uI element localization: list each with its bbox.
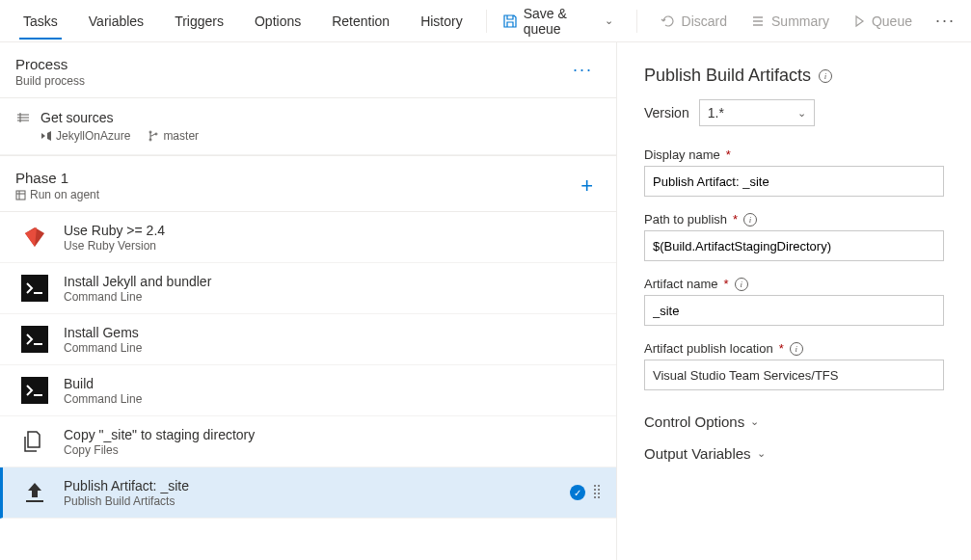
publish-location-value: Visual Studio Team Services/TFS: [653, 368, 838, 383]
chevron-down-icon: ⌄: [605, 14, 613, 27]
artifact-name-label: Artifact name: [644, 277, 718, 291]
save-and-queue-button[interactable]: Save & queue ⌄: [495, 0, 621, 42]
tab-variables[interactable]: Variables: [73, 3, 159, 40]
chevron-down-icon: ⌄: [797, 107, 806, 120]
top-toolbar: Tasks Variables Triggers Options Retenti…: [0, 0, 971, 42]
tab-retention[interactable]: Retention: [316, 3, 405, 40]
phase-title: Phase 1: [15, 170, 99, 186]
publish-icon: [19, 477, 50, 508]
path-to-publish-label: Path to publish: [644, 212, 727, 227]
control-options-label: Control Options: [644, 413, 744, 430]
info-icon[interactable]: i: [819, 69, 832, 83]
task-sub: Copy Files: [64, 443, 255, 457]
svg-point-5: [598, 485, 600, 487]
branch-icon: [148, 130, 159, 142]
process-more-button[interactable]: ···: [565, 56, 601, 84]
output-variables-label: Output Variables: [644, 445, 751, 462]
summary-label: Summary: [771, 13, 829, 29]
command-bar: Save & queue ⌄ Discard Summary Queue ···: [495, 0, 963, 42]
required-mark: *: [726, 147, 731, 162]
tab-options[interactable]: Options: [239, 3, 316, 40]
phase-header[interactable]: Phase 1 Run on agent +: [0, 155, 616, 212]
chevron-down-icon: ⌄: [757, 447, 766, 460]
task-row-use-ruby[interactable]: Use Ruby >= 2.4 Use Ruby Version: [0, 212, 616, 263]
version-select[interactable]: 1.* ⌄: [699, 99, 815, 126]
svg-rect-1: [21, 275, 48, 302]
play-icon: [852, 14, 866, 28]
copy-files-icon: [19, 426, 50, 457]
drag-handle[interactable]: [593, 484, 601, 502]
list-icon: [750, 13, 766, 29]
required-mark: *: [724, 277, 729, 291]
tab-history[interactable]: History: [405, 3, 478, 40]
task-row-install-jekyll[interactable]: Install Jekyll and bundler Command Line: [0, 263, 616, 314]
path-to-publish-input[interactable]: [644, 230, 944, 261]
artifact-name-input[interactable]: [644, 295, 944, 326]
terminal-icon: [19, 324, 50, 355]
queue-label: Queue: [872, 13, 912, 29]
task-title: Build: [64, 376, 142, 391]
queue-button[interactable]: Queue: [845, 8, 920, 35]
branch-info: master: [148, 129, 199, 143]
control-options-section[interactable]: Control Options ⌄: [644, 406, 944, 438]
task-title: Use Ruby >= 2.4: [64, 223, 165, 238]
phase-sub: Run on agent: [30, 188, 99, 201]
svg-point-9: [598, 493, 600, 494]
svg-point-11: [598, 496, 600, 498]
task-row-build[interactable]: Build Command Line: [0, 365, 616, 416]
display-name-input[interactable]: [644, 166, 944, 197]
svg-point-8: [594, 493, 596, 494]
undo-icon: [661, 13, 676, 29]
more-actions-button[interactable]: ···: [928, 7, 963, 35]
divider: [636, 10, 637, 33]
process-title: Process: [15, 56, 85, 72]
divider: [486, 10, 487, 33]
discard-button[interactable]: Discard: [653, 8, 735, 35]
task-title: Install Gems: [64, 325, 142, 340]
svg-rect-3: [21, 377, 48, 404]
terminal-icon: [19, 375, 50, 406]
get-sources-title: Get sources: [40, 110, 199, 125]
publish-location-select[interactable]: Visual Studio Team Services/TFS: [644, 360, 944, 390]
task-title: Publish Artifact: _site: [64, 478, 189, 493]
svg-point-7: [598, 489, 600, 491]
agent-icon: [15, 190, 26, 200]
svg-point-10: [594, 496, 596, 498]
vs-icon: [40, 130, 52, 142]
save-icon: [502, 13, 518, 29]
tab-tasks[interactable]: Tasks: [8, 3, 73, 40]
summary-button[interactable]: Summary: [742, 8, 837, 35]
info-icon[interactable]: i: [735, 278, 748, 291]
task-row-install-gems[interactable]: Install Gems Command Line: [0, 314, 616, 365]
ruby-icon: [19, 222, 50, 253]
version-value: 1.*: [708, 105, 724, 120]
publish-location-label: Artifact publish location: [644, 341, 773, 356]
get-sources-row[interactable]: Get sources JekyllOnAzure master: [0, 98, 616, 155]
add-task-button[interactable]: +: [573, 173, 601, 199]
task-row-copy-site[interactable]: Copy "_site" to staging directory Copy F…: [0, 416, 616, 467]
svg-point-4: [594, 485, 596, 487]
task-title: Copy "_site" to staging directory: [64, 427, 255, 442]
branch-name: master: [163, 129, 199, 143]
process-header[interactable]: Process Build process ···: [0, 42, 616, 98]
sources-icon: [15, 110, 31, 128]
save-label: Save & queue: [524, 6, 599, 37]
task-row-publish-artifact[interactable]: Publish Artifact: _site Publish Build Ar…: [0, 467, 616, 519]
output-variables-section[interactable]: Output Variables ⌄: [644, 438, 944, 469]
task-details-panel: Publish Build Artifacts i Version 1.* ⌄ …: [617, 42, 971, 560]
task-sub: Command Line: [64, 290, 211, 304]
panel-title: Publish Build Artifacts: [644, 66, 811, 86]
task-sub: Publish Build Artifacts: [64, 494, 189, 508]
required-mark: *: [733, 212, 738, 227]
required-mark: *: [779, 341, 784, 356]
check-icon: ✓: [570, 485, 585, 500]
tab-bar: Tasks Variables Triggers Options Retenti…: [8, 3, 478, 40]
task-sub: Command Line: [64, 392, 142, 406]
pipeline-tree: Process Build process ··· Get sources Je…: [0, 42, 617, 560]
info-icon[interactable]: i: [743, 213, 757, 227]
repo-name: JekyllOnAzure: [56, 129, 130, 143]
info-icon[interactable]: i: [790, 342, 803, 356]
chevron-down-icon: ⌄: [750, 415, 759, 428]
svg-point-6: [594, 489, 596, 491]
tab-triggers[interactable]: Triggers: [159, 3, 239, 40]
